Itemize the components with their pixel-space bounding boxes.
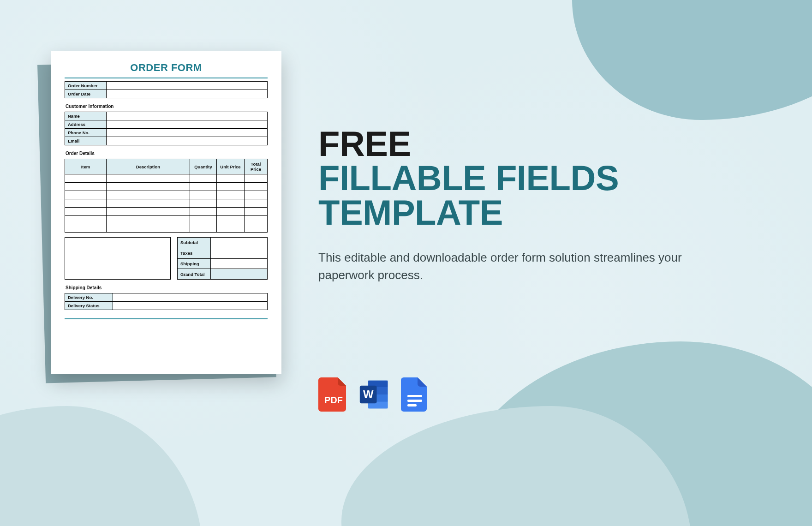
template-preview: ORDER FORM Order Number Order Date Custo… [51, 51, 281, 374]
col-total-price: Total Price [245, 159, 268, 174]
taxes-label: Taxes [178, 248, 211, 258]
promo-stage: ORDER FORM Order Number Order Date Custo… [0, 0, 812, 526]
customer-heading: Customer Information [66, 104, 268, 109]
svg-rect-10 [407, 404, 417, 406]
svg-rect-8 [407, 395, 422, 397]
shipping-value [211, 258, 268, 269]
doc-title: ORDER FORM [65, 62, 268, 74]
headline-block: FREE FILLABLE FIELDS TEMPLATE This edita… [318, 127, 770, 412]
grand-total-value [211, 269, 268, 280]
delivery-status-value [113, 302, 268, 310]
delivery-no-value [113, 293, 268, 302]
col-item: Item [65, 159, 107, 174]
email-value [107, 137, 268, 145]
shipping-label: Shipping [178, 258, 211, 269]
order-date-value [107, 90, 268, 98]
subtotal-label: Subtotal [178, 238, 211, 248]
svg-rect-9 [407, 400, 422, 402]
table-row [65, 208, 268, 216]
subtotal-value [211, 238, 268, 248]
col-description: Description [107, 159, 190, 174]
table-row [65, 191, 268, 199]
shipping-heading: Shipping Details [66, 285, 268, 290]
order-number-label: Order Number [65, 82, 107, 90]
customer-table: Name Address Phone No. Email [65, 112, 268, 145]
description-text: This editable and downloadable order for… [318, 249, 724, 284]
table-row [65, 199, 268, 208]
svg-text:PDF: PDF [324, 395, 343, 405]
google-docs-icon [400, 377, 430, 412]
notes-box [65, 237, 171, 280]
col-unit-price: Unit Price [217, 159, 245, 174]
order-number-value [107, 82, 268, 90]
format-icons: PDF W [318, 377, 770, 412]
order-details-heading: Order Details [66, 151, 268, 156]
divider [65, 318, 268, 319]
table-row [65, 216, 268, 224]
grand-total-label: Grand Total [178, 269, 211, 280]
taxes-value [211, 248, 268, 258]
col-quantity: Quantity [190, 159, 217, 174]
headline-line2: TEMPLATE [318, 196, 770, 230]
address-value [107, 120, 268, 129]
phone-label: Phone No. [65, 129, 107, 137]
name-label: Name [65, 112, 107, 120]
name-value [107, 112, 268, 120]
totals-table: Subtotal Taxes Shipping Grand Total [177, 237, 268, 280]
pdf-icon: PDF [318, 377, 349, 412]
email-label: Email [65, 137, 107, 145]
table-row [65, 224, 268, 233]
order-meta-table: Order Number Order Date [65, 81, 268, 98]
phone-value [107, 129, 268, 137]
word-icon: W [359, 377, 389, 412]
table-row [65, 183, 268, 191]
table-row [65, 174, 268, 183]
order-form-document: ORDER FORM Order Number Order Date Custo… [51, 51, 281, 374]
delivery-status-label: Delivery Status [65, 302, 113, 310]
divider [65, 78, 268, 78]
svg-text:W: W [363, 388, 374, 400]
headline-free: FREE [318, 127, 770, 161]
order-date-label: Order Date [65, 90, 107, 98]
shipping-table: Delivery No. Delivery Status [65, 293, 268, 310]
headline-line1: FILLABLE FIELDS [318, 161, 770, 195]
order-items-table: Item Description Quantity Unit Price Tot… [65, 159, 268, 233]
address-label: Address [65, 120, 107, 129]
delivery-no-label: Delivery No. [65, 293, 113, 302]
